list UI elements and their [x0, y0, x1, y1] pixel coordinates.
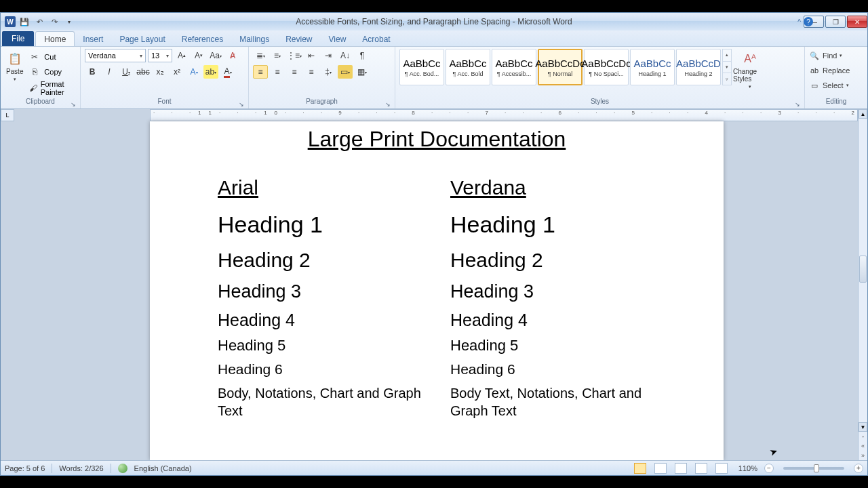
- clipboard-launcher-icon[interactable]: ↘: [71, 101, 76, 108]
- tab-review[interactable]: Review: [277, 32, 320, 46]
- grow-font-button[interactable]: A▴: [174, 49, 189, 62]
- tab-insert[interactable]: Insert: [75, 32, 111, 46]
- highlight-button[interactable]: ab▾: [203, 65, 218, 79]
- browse-object-icon[interactable]: ◦: [859, 432, 867, 441]
- align-center-button[interactable]: ≡: [270, 65, 285, 79]
- paste-button[interactable]: 📋 Paste ▾: [5, 49, 24, 82]
- maximize-button[interactable]: ❐: [825, 16, 846, 28]
- vertical-scrollbar[interactable]: ▲ ▼ ◦ « »: [858, 109, 867, 460]
- close-button[interactable]: ✕: [847, 16, 867, 28]
- page[interactable]: Large Print Documentation Arial Heading …: [150, 121, 724, 460]
- font-color-button[interactable]: A▾: [220, 65, 235, 79]
- prev-page-icon[interactable]: «: [859, 441, 867, 451]
- zoom-in-button[interactable]: +: [854, 464, 863, 473]
- select-button[interactable]: ▭Select▾: [809, 79, 850, 92]
- help-icon[interactable]: ?: [804, 17, 813, 26]
- shrink-font-button[interactable]: A▾: [191, 49, 206, 62]
- format-painter-button[interactable]: 🖌Format Painter: [27, 80, 76, 96]
- subscript-button[interactable]: x₂: [153, 65, 167, 79]
- zoom-level[interactable]: 110%: [738, 464, 757, 472]
- qat-redo-icon[interactable]: ↷: [48, 16, 60, 28]
- change-styles-button[interactable]: Aᴬ Change Styles ▾: [733, 49, 767, 89]
- style-item[interactable]: AaBbCc¶ Acc. Bold: [446, 49, 490, 85]
- replace-button[interactable]: abReplace: [809, 64, 850, 77]
- style-item[interactable]: AaBbCcHeading 1: [630, 49, 675, 85]
- superscript-button[interactable]: x²: [170, 65, 184, 79]
- right-h6: Heading 6: [450, 361, 656, 378]
- status-language[interactable]: English (Canada): [134, 464, 192, 472]
- numbering-button[interactable]: ≡▾: [270, 49, 285, 62]
- underline-button[interactable]: U▾: [119, 65, 134, 79]
- window-title: Accessible Fonts, Font Sizing, and Parag…: [296, 17, 572, 26]
- text-effects-button[interactable]: A▾: [186, 65, 201, 79]
- zoom-slider[interactable]: [783, 467, 844, 470]
- scroll-thumb[interactable]: [859, 256, 867, 283]
- status-bar: Page: 5 of 6 Words: 2/326 English (Canad…: [1, 460, 867, 475]
- tab-mailings[interactable]: Mailings: [231, 32, 277, 46]
- italic-button[interactable]: I: [102, 65, 117, 79]
- view-print-layout-button[interactable]: [634, 463, 646, 474]
- cut-button[interactable]: ✂Cut: [27, 50, 76, 64]
- sort-button[interactable]: A↓: [338, 49, 353, 62]
- show-hide-button[interactable]: ¶: [355, 49, 370, 62]
- ruler-toggle-icon[interactable]: L: [1, 109, 14, 121]
- view-outline-button[interactable]: [695, 463, 707, 474]
- strikethrough-button[interactable]: abc: [136, 65, 151, 79]
- styles-launcher-icon[interactable]: ↘: [795, 101, 800, 108]
- right-h4: Heading 4: [450, 310, 656, 330]
- font-launcher-icon[interactable]: ↘: [239, 101, 244, 108]
- bold-button[interactable]: B: [85, 65, 100, 79]
- left-h3: Heading 3: [218, 281, 423, 302]
- borders-button[interactable]: ▦▾: [355, 65, 370, 79]
- status-words[interactable]: Words: 2/326: [59, 464, 103, 472]
- zoom-out-button[interactable]: −: [764, 464, 774, 473]
- justify-button[interactable]: ≡: [304, 65, 319, 79]
- clear-formatting-button[interactable]: A̷: [225, 49, 240, 62]
- right-body: Body Text, Notations, Chart and Graph Te…: [450, 384, 656, 420]
- paragraph-launcher-icon[interactable]: ↘: [385, 101, 391, 108]
- style-item[interactable]: AaBbCc¶ Acc. Bod...: [399, 49, 444, 85]
- qat-customize-icon[interactable]: ▾: [63, 16, 75, 28]
- tab-file[interactable]: File: [2, 31, 34, 46]
- document-area: L · · ·11· · ·10· · · 9 · · · 8 · · · 7 …: [1, 109, 867, 460]
- ribbon: 📋 Paste ▾ ✂Cut ⎘Copy 🖌Format Painter Cli…: [1, 47, 867, 109]
- align-right-button[interactable]: ≡: [287, 65, 302, 79]
- style-item[interactable]: AaBbCc¶ Accessib...: [492, 49, 536, 85]
- tab-acrobat[interactable]: Acrobat: [354, 32, 398, 46]
- clipboard-group-label: Clipboard: [26, 98, 55, 105]
- styles-scroll[interactable]: ▴▾▿: [722, 49, 732, 85]
- tab-home[interactable]: Home: [35, 31, 75, 46]
- ribbon-tabs: File Home Insert Page Layout References …: [1, 30, 867, 47]
- line-spacing-button[interactable]: ‡▾: [321, 65, 336, 79]
- view-full-screen-button[interactable]: [654, 463, 667, 474]
- horizontal-ruler[interactable]: · · ·11· · ·10· · · 9 · · · 8 · · · 7 · …: [150, 109, 858, 121]
- find-button[interactable]: 🔍Find▾: [809, 49, 850, 62]
- tab-page-layout[interactable]: Page Layout: [111, 32, 173, 46]
- status-page[interactable]: Page: 5 of 6: [5, 464, 45, 472]
- font-size-select[interactable]: 13▾: [148, 49, 172, 62]
- decrease-indent-button[interactable]: ⇤: [304, 49, 319, 62]
- next-page-icon[interactable]: »: [859, 451, 867, 460]
- qat-undo-icon[interactable]: ↶: [33, 16, 45, 28]
- shading-button[interactable]: ▭▾: [338, 65, 353, 79]
- left-h4: Heading 4: [218, 310, 423, 330]
- scroll-down-icon[interactable]: ▼: [859, 422, 867, 432]
- style-item[interactable]: AaBbCcDc¶ No Spaci...: [584, 49, 629, 85]
- multilevel-list-button[interactable]: ⋮≡▾: [287, 49, 302, 62]
- view-draft-button[interactable]: [715, 463, 728, 474]
- style-item[interactable]: AaBbCcDc¶ Normal: [538, 49, 583, 85]
- qat-save-icon[interactable]: 💾: [18, 16, 31, 28]
- right-h2: Heading 2: [450, 249, 656, 272]
- scroll-up-icon[interactable]: ▲: [859, 109, 867, 119]
- font-name-select[interactable]: Verdana▾: [85, 49, 146, 62]
- tab-view[interactable]: View: [321, 32, 355, 46]
- copy-button[interactable]: ⎘Copy: [27, 65, 76, 79]
- align-left-button[interactable]: ≡: [253, 65, 268, 79]
- increase-indent-button[interactable]: ⇥: [321, 49, 336, 62]
- ribbon-minimize-icon[interactable]: ^: [797, 18, 801, 26]
- change-case-button[interactable]: Aa▾: [208, 49, 223, 62]
- view-web-layout-button[interactable]: [675, 463, 687, 474]
- tab-references[interactable]: References: [174, 32, 231, 46]
- style-item[interactable]: AaBbCcDHeading 2: [676, 49, 721, 85]
- bullets-button[interactable]: ≣▾: [253, 49, 268, 62]
